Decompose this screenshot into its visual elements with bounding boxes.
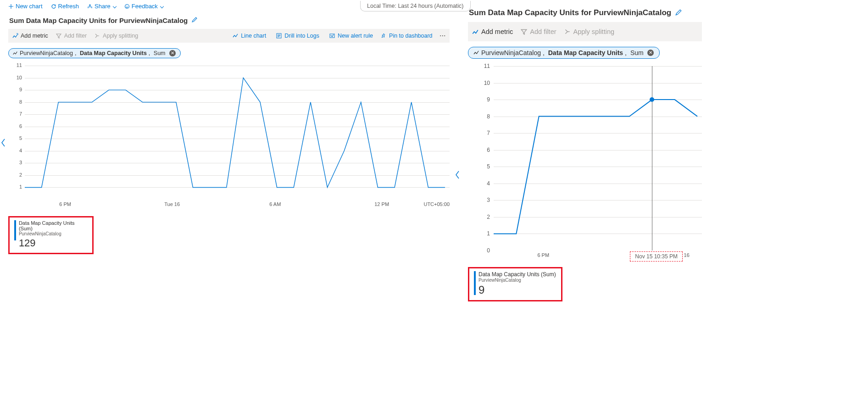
split-icon	[564, 28, 571, 35]
chip-agg: Sum	[154, 50, 166, 56]
new-alert-rule-button[interactable]: New alert rule	[329, 33, 373, 39]
alert-icon	[329, 33, 335, 39]
legend-resource-name: PurviewNinjaCatalog	[19, 231, 88, 236]
chart-title: Sum Data Map Capacity Units for PurviewN…	[469, 8, 671, 17]
edit-title-button[interactable]	[675, 9, 682, 17]
chart-title-row: Sum Data Map Capacity Units for PurviewN…	[469, 8, 701, 17]
collapse-left-icon[interactable]	[0, 138, 6, 150]
metric-icon	[473, 50, 479, 56]
legend-summary-box: Data Map Capacity Units (Sum) PurviewNin…	[468, 267, 562, 301]
edit-title-button[interactable]	[191, 17, 198, 24]
svg-point-0	[125, 4, 129, 8]
chart-toolbar: Add metric Add filter Apply splitting Li…	[8, 29, 450, 43]
share-icon	[87, 4, 93, 9]
refresh-icon	[51, 4, 56, 9]
share-button[interactable]: Share	[87, 3, 116, 10]
apply-splitting-button[interactable]: Apply splitting	[94, 33, 138, 39]
add-metric-label: Add metric	[21, 33, 48, 39]
feedback-button[interactable]: Feedback	[124, 3, 163, 10]
legend-value: 129	[19, 237, 88, 249]
add-filter-label: Add filter	[64, 33, 87, 39]
refresh-button[interactable]: Refresh	[51, 3, 79, 10]
logs-icon	[276, 33, 282, 39]
feedback-label: Feedback	[132, 3, 158, 10]
chart-title: Sum Data Map Capacity Units for PurviewN…	[9, 17, 188, 24]
legend-value: 9	[479, 284, 556, 296]
more-options-button[interactable]: ···	[440, 33, 446, 39]
chevron-down-icon	[160, 4, 164, 8]
drill-logs-label: Drill into Logs	[284, 33, 319, 39]
chart-type-dropdown[interactable]: Line chart	[232, 33, 268, 39]
add-metric-label: Add metric	[481, 28, 513, 35]
left-chart-area[interactable]: 12345678910116 PMTue 166 AM12 PMUTC+05:0…	[8, 63, 450, 210]
pin-label: Pin to dashboard	[389, 33, 433, 39]
svg-rect-2	[330, 34, 334, 38]
apply-splitting-label: Apply splitting	[573, 28, 614, 35]
left-chart-panel: Sum Data Map Capacity Units for PurviewN…	[8, 14, 450, 254]
apply-splitting-label: Apply splitting	[103, 33, 138, 39]
chart-toolbar: Add metric Add filter Apply splitting	[468, 22, 702, 41]
filter-icon	[520, 28, 528, 35]
pencil-icon	[675, 9, 682, 16]
metric-icon	[12, 33, 18, 39]
new-chart-button[interactable]: New chart	[8, 3, 43, 10]
add-metric-button[interactable]: Add metric	[12, 33, 48, 39]
time-range-label: Local Time: Last 24 hours (Automatic)	[367, 3, 464, 9]
metric-chip[interactable]: PurviewNinjaCatalog, Data Map Capacity U…	[468, 47, 660, 59]
chevron-down-icon	[113, 4, 117, 8]
chip-remove-button[interactable]: ✕	[647, 50, 654, 56]
legend-metric-name: Data Map Capacity Units (Sum)	[479, 271, 556, 278]
pin-icon	[380, 33, 387, 39]
legend-color-bar	[474, 271, 476, 295]
chip-remove-button[interactable]: ✕	[169, 50, 176, 56]
chart-title-row: Sum Data Map Capacity Units for PurviewN…	[9, 17, 449, 24]
chip-metric: Data Map Capacity Units	[80, 50, 147, 56]
chip-resource: PurviewNinjaCatalog	[481, 49, 541, 56]
metric-chip[interactable]: PurviewNinjaCatalog, Data Map Capacity U…	[8, 48, 181, 58]
legend-resource-name: PurviewNinjaCatalog	[479, 278, 556, 283]
time-range-pill[interactable]: Local Time: Last 24 hours (Automatic)	[360, 1, 471, 11]
legend-summary-box: Data Map Capacity Units (Sum) PurviewNin…	[8, 216, 94, 254]
add-filter-label: Add filter	[530, 28, 556, 35]
right-chart-area[interactable]: 123456789101106 PMTue 16Nov 15 10:35 PM	[468, 63, 702, 261]
filter-icon	[56, 33, 62, 39]
line-chart-icon	[232, 33, 239, 39]
feedback-icon	[124, 4, 130, 9]
chart-type-label: Line chart	[241, 33, 266, 39]
apply-splitting-button[interactable]: Apply splitting	[564, 28, 614, 35]
metric-icon	[472, 28, 479, 35]
add-metric-button[interactable]: Add metric	[472, 28, 513, 35]
share-label: Share	[95, 3, 111, 10]
legend-color-bar	[14, 220, 16, 240]
drill-into-logs-button[interactable]: Drill into Logs	[276, 33, 322, 39]
right-chart-panel: Sum Data Map Capacity Units for PurviewN…	[468, 6, 702, 301]
collapse-right-icon[interactable]	[454, 170, 461, 182]
new-alert-label: New alert rule	[338, 33, 373, 39]
new-chart-label: New chart	[16, 3, 43, 10]
cursor-time-label: Nov 15 10:35 PM	[630, 251, 683, 262]
add-filter-button[interactable]: Add filter	[56, 33, 87, 39]
pin-to-dashboard-button[interactable]: Pin to dashboard	[380, 33, 433, 39]
chip-agg: Sum	[630, 49, 644, 56]
add-filter-button[interactable]: Add filter	[520, 28, 556, 35]
legend-metric-name: Data Map Capacity Units (Sum)	[19, 220, 88, 231]
split-icon	[94, 33, 100, 39]
metric-icon	[12, 50, 18, 56]
chip-metric: Data Map Capacity Units	[548, 49, 623, 56]
refresh-label: Refresh	[58, 3, 79, 10]
chip-resource: PurviewNinjaCatalog	[20, 50, 73, 56]
pencil-icon	[191, 17, 198, 23]
plus-icon	[8, 4, 14, 9]
